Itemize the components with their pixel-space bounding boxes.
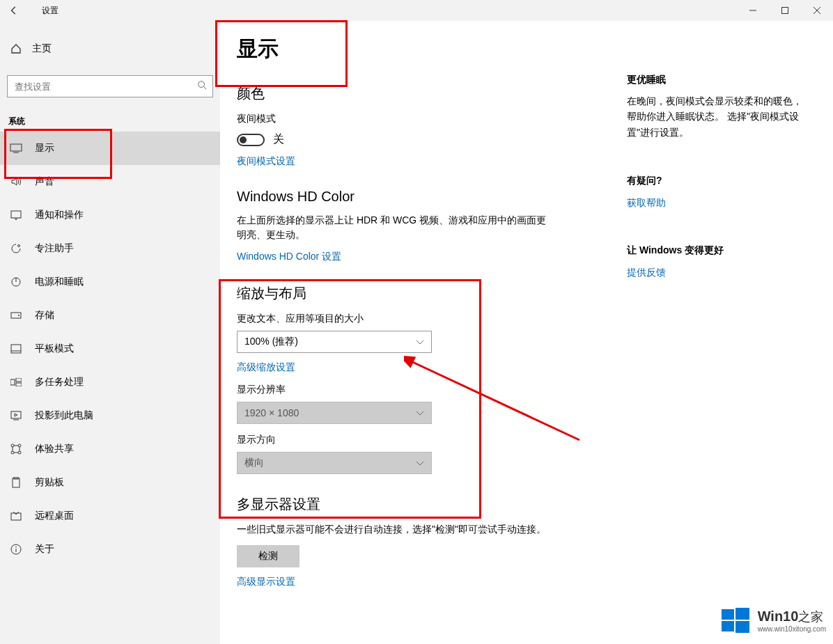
maximize-button[interactable] [769, 0, 801, 21]
watermark-brand: Win10 [758, 608, 799, 624]
sidebar-item-label: 存储 [35, 309, 54, 322]
sidebar-item-label: 专注助手 [35, 242, 74, 255]
orientation-dropdown[interactable]: 横向 [237, 452, 432, 474]
sidebar-item-power[interactable]: 电源和睡眠 [0, 265, 220, 299]
sidebar-item-label: 声音 [35, 175, 54, 188]
watermark-url: www.win10xitong.com [758, 625, 826, 633]
night-mode-toggle[interactable] [237, 134, 265, 146]
section-hdcolor: Windows HD Color [237, 189, 627, 205]
notification-icon [10, 209, 22, 221]
minimize-icon [749, 7, 756, 14]
sidebar-item-sound[interactable]: 声音 [0, 165, 220, 198]
svg-rect-31 [722, 609, 734, 620]
svg-rect-24 [13, 478, 20, 487]
sidebar-item-label: 平板模式 [35, 343, 74, 355]
window-title: 设置 [42, 5, 59, 17]
svg-rect-14 [11, 345, 21, 353]
svg-rect-16 [10, 379, 15, 385]
info-icon [10, 543, 22, 556]
section-multimonitor: 多显示器设置 [237, 495, 627, 514]
night-mode-label: 夜间模式 [237, 113, 627, 125]
titlebar: 设置 [0, 0, 833, 21]
resolution-label: 显示分辨率 [237, 384, 627, 396]
watermark: Win10之家 www.win10xitong.com [720, 605, 826, 636]
sidebar-item-share[interactable]: 体验共享 [0, 432, 220, 466]
sidebar-home[interactable]: 主页 [0, 35, 220, 63]
svg-point-13 [18, 315, 20, 316]
home-icon [10, 42, 22, 55]
svg-point-4 [198, 81, 205, 88]
clipboard-icon [10, 476, 22, 489]
svg-rect-32 [735, 608, 749, 620]
section-scale: 缩放与布局 [237, 284, 627, 303]
search-input[interactable] [15, 81, 197, 92]
sidebar: 主页 系统 显示 声音 通知和操作 [0, 21, 220, 644]
tablet-icon [10, 343, 22, 355]
remote-icon [10, 510, 22, 522]
resolution-value: 1920 × 1080 [244, 407, 299, 418]
sidebar-item-display[interactable]: 显示 [0, 132, 220, 165]
sidebar-item-storage[interactable]: 存储 [0, 299, 220, 332]
orientation-label: 显示方向 [237, 434, 627, 446]
sound-icon [10, 175, 22, 188]
arrow-left-icon [9, 6, 19, 15]
sidebar-section-label: 系统 [8, 116, 220, 127]
close-button[interactable] [801, 0, 833, 21]
sidebar-item-multitask[interactable]: 多任务处理 [0, 366, 220, 399]
detect-button[interactable]: 检测 [237, 545, 299, 567]
project-icon [10, 409, 22, 422]
power-icon [10, 276, 22, 288]
scale-dropdown[interactable]: 100% (推荐) [237, 331, 432, 353]
sidebar-item-label: 投影到此电脑 [35, 409, 93, 422]
hdcolor-link[interactable]: Windows HD Color 设置 [237, 251, 341, 263]
sleep-desc: 在晚间，夜间模式会显示较柔和的暖色，帮助你进入睡眠状态。 选择"夜间模式设置"进… [627, 93, 808, 140]
svg-rect-33 [722, 621, 734, 631]
feedback-link[interactable]: 提供反馈 [627, 267, 666, 279]
windows-logo-icon [720, 605, 751, 636]
sidebar-item-label: 电源和睡眠 [35, 276, 84, 288]
sidebar-item-project[interactable]: 投影到此电脑 [0, 399, 220, 432]
sidebar-item-label: 关于 [35, 543, 54, 556]
hdcolor-desc: 在上面所选择的显示器上让 HDR 和 WCG 视频、游戏和应用中的画面更明亮、更… [237, 213, 550, 242]
sidebar-item-clipboard[interactable]: 剪贴板 [0, 466, 220, 499]
sidebar-item-about[interactable]: 关于 [0, 533, 220, 566]
sidebar-item-label: 体验共享 [35, 443, 74, 455]
scale-value: 100% (推荐) [244, 336, 298, 348]
svg-rect-8 [11, 211, 21, 218]
scale-label: 更改文本、应用等项目的大小 [237, 313, 627, 325]
svg-point-21 [18, 444, 21, 447]
minimize-button[interactable] [737, 0, 769, 21]
get-help-link[interactable]: 获取帮助 [627, 197, 666, 210]
main-panel: 显示 颜色 夜间模式 关 夜间模式设置 Windows HD Color 在上面… [237, 35, 627, 644]
svg-point-20 [11, 444, 14, 447]
multimonitor-desc: 一些旧式显示器可能不会进行自动连接，选择"检测"即可尝试手动连接。 [237, 522, 550, 537]
search-icon [197, 80, 207, 93]
svg-point-23 [18, 451, 21, 454]
sidebar-item-notifications[interactable]: 通知和操作 [0, 198, 220, 232]
sidebar-item-label: 剪贴板 [35, 476, 64, 489]
sidebar-item-label: 多任务处理 [35, 376, 84, 388]
advanced-display-link[interactable]: 高级显示设置 [237, 576, 295, 588]
help-heading: 有疑问? [627, 175, 808, 187]
chevron-down-icon [416, 336, 424, 347]
sidebar-item-tablet[interactable]: 平板模式 [0, 332, 220, 366]
search-box[interactable] [7, 75, 213, 97]
focus-icon [10, 242, 22, 255]
svg-rect-17 [16, 378, 22, 382]
sidebar-item-remote[interactable]: 远程桌面 [0, 499, 220, 533]
svg-rect-19 [11, 411, 21, 418]
scale-advanced-link[interactable]: 高级缩放设置 [237, 361, 295, 374]
chevron-down-icon [416, 457, 424, 469]
sidebar-item-label: 显示 [35, 142, 54, 155]
maximize-icon [781, 7, 788, 14]
orientation-value: 横向 [244, 457, 264, 469]
svg-line-5 [204, 87, 207, 90]
better-heading: 让 Windows 变得更好 [627, 244, 808, 257]
night-mode-link[interactable]: 夜间模式设置 [237, 155, 295, 168]
close-icon [813, 7, 820, 14]
back-button[interactable] [0, 0, 28, 21]
storage-icon [10, 309, 22, 322]
resolution-dropdown[interactable]: 1920 × 1080 [237, 402, 432, 424]
sidebar-item-focus[interactable]: 专注助手 [0, 232, 220, 265]
sleep-heading: 更优睡眠 [627, 74, 808, 86]
